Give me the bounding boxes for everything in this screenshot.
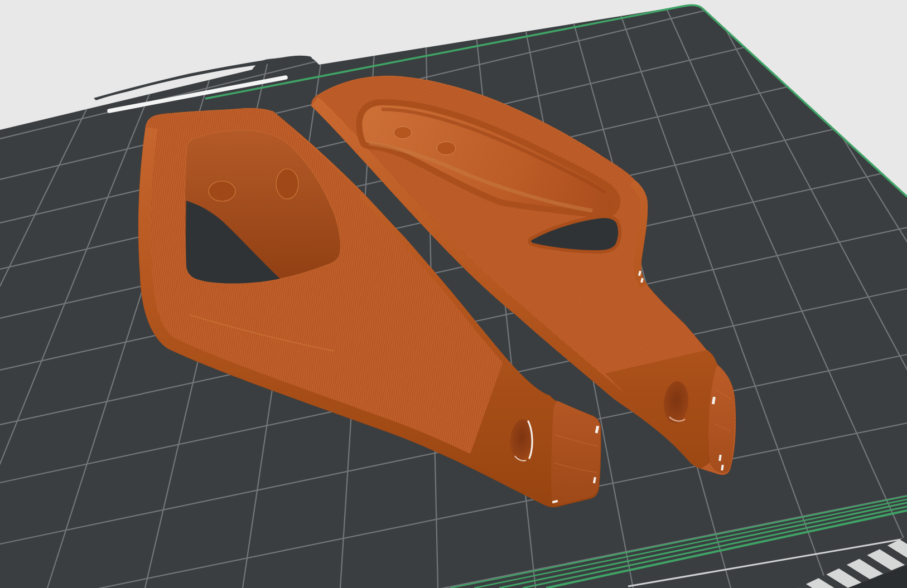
viewport-canvas[interactable]	[0, 0, 907, 588]
far-wall-counterbore-hole	[209, 181, 235, 201]
pocket-counterbore-hole	[437, 142, 456, 155]
pocket-counterbore-hole	[394, 127, 412, 139]
bracket-left-end-face	[551, 401, 600, 506]
far-wall-counterbore-hole	[276, 169, 298, 199]
slicer-3d-viewport[interactable]	[0, 0, 907, 588]
